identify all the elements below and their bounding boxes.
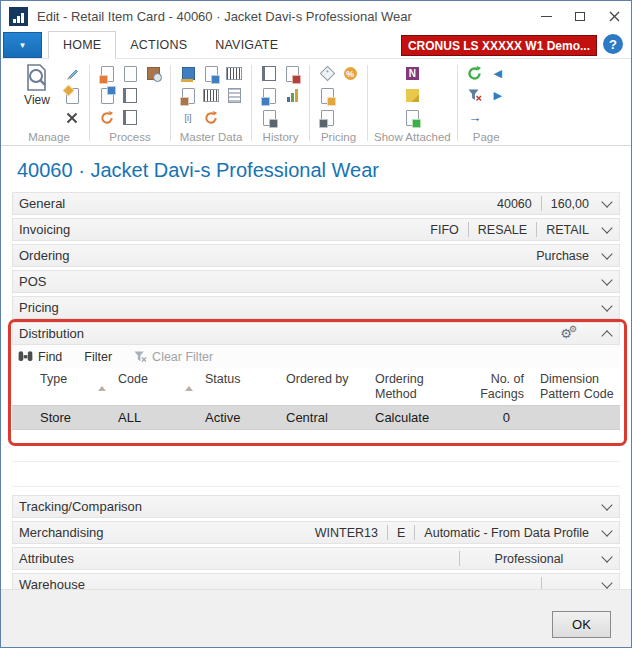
attributes-value[interactable]: Professional xyxy=(469,552,589,566)
find-button[interactable]: Find xyxy=(18,350,62,364)
invoicing-vat-group[interactable]: RETAIL xyxy=(546,223,589,237)
chevron-up-icon[interactable] xyxy=(601,330,612,341)
fasttab-ordering[interactable]: Ordering Purchase xyxy=(12,244,620,267)
view-button[interactable]: View xyxy=(15,63,59,107)
chevron-down-icon[interactable] xyxy=(601,577,612,588)
fasttab-distribution[interactable]: Distribution ⚙⚙ xyxy=(12,322,620,345)
ribbon-group-history: History xyxy=(252,63,309,145)
merch-lifecycle[interactable]: E xyxy=(397,526,405,540)
merch-season[interactable]: WINTER13 xyxy=(315,526,378,540)
col-ordering-method[interactable]: OrderingMethod xyxy=(375,368,460,405)
variants-button[interactable]: [i] xyxy=(177,107,199,128)
col-code[interactable]: Code xyxy=(118,368,205,405)
update-button[interactable] xyxy=(96,107,118,128)
item-chart-button[interactable] xyxy=(258,107,280,128)
chevron-down-icon[interactable] xyxy=(601,248,612,259)
barcodes-button[interactable] xyxy=(223,63,245,84)
fasttab-pricing[interactable]: Pricing xyxy=(12,296,620,319)
col-type[interactable]: Type xyxy=(40,368,118,405)
fasttab-distribution-label: Distribution xyxy=(19,326,84,341)
next-button[interactable]: ▶ xyxy=(487,85,509,106)
turnover-button[interactable] xyxy=(281,85,303,106)
fasttab-pos[interactable]: POS xyxy=(12,270,620,293)
notes-button[interactable] xyxy=(401,85,423,106)
cell-dimension-pattern[interactable] xyxy=(528,406,624,429)
statistics-button[interactable] xyxy=(281,63,303,84)
go-to-button[interactable]: → xyxy=(464,107,486,128)
fasttab-ordering-label: Ordering xyxy=(19,248,70,263)
tab-actions[interactable]: ACTIONS xyxy=(116,31,201,58)
invoicing-costing-method[interactable]: FIFO xyxy=(430,223,458,237)
ok-button[interactable]: OK xyxy=(552,611,611,638)
settings-gears-icon[interactable]: ⚙⚙ xyxy=(560,327,577,340)
cell-code[interactable]: ALL xyxy=(118,406,205,429)
col-status[interactable]: Status xyxy=(205,368,286,405)
fasttab-attributes[interactable]: Attributes Professional xyxy=(12,547,620,570)
tab-home[interactable]: HOME xyxy=(48,31,116,59)
refresh-data-button[interactable] xyxy=(200,107,222,128)
chevron-down-icon[interactable] xyxy=(601,525,612,536)
tab-navigate[interactable]: NAVIGATE xyxy=(201,31,292,58)
close-button[interactable] xyxy=(597,1,631,31)
edit-button[interactable] xyxy=(61,63,83,84)
copy-item-button[interactable] xyxy=(177,85,199,106)
group-label-history: History xyxy=(263,130,299,145)
worksheet-button[interactable] xyxy=(119,63,141,84)
application-menu-button[interactable]: ▼ xyxy=(3,32,42,58)
clear-filter-button[interactable] xyxy=(464,85,486,106)
fasttab-general[interactable]: General 40060 160,00 xyxy=(12,192,620,215)
purchase-orders-button[interactable] xyxy=(142,63,164,84)
picture-button[interactable] xyxy=(200,63,222,84)
invoicing-gen-prod-group[interactable]: RESALE xyxy=(478,223,527,237)
prices-button[interactable] xyxy=(316,63,338,84)
discounts-button[interactable]: % xyxy=(339,63,361,84)
col-no-of-facings[interactable]: No. ofFacings xyxy=(460,368,528,405)
minimize-button[interactable] xyxy=(529,1,563,31)
general-item-no[interactable]: 40060 xyxy=(497,197,532,211)
links-button[interactable] xyxy=(401,107,423,128)
fasttab-invoicing[interactable]: Invoicing FIFO RESALE RETAIL xyxy=(12,218,620,241)
ordering-replenishment[interactable]: Purchase xyxy=(536,249,589,263)
fasttab-merchandising[interactable]: Merchandising WINTER13 E Automatic - Fro… xyxy=(12,521,620,544)
onenote-button[interactable]: N xyxy=(401,63,423,84)
price-tag-icon xyxy=(319,66,335,82)
merch-profile[interactable]: Automatic - From Data Profile xyxy=(424,526,589,540)
company-badge[interactable]: CRONUS LS XXXXX W1 Demo... xyxy=(401,35,597,56)
requisition-button[interactable] xyxy=(96,63,118,84)
col-ordered-by[interactable]: Ordered by xyxy=(286,368,375,405)
chevron-down-icon[interactable] xyxy=(601,196,612,207)
refresh-button[interactable] xyxy=(464,63,486,84)
price-list-button[interactable] xyxy=(316,107,338,128)
help-button[interactable]: ? xyxy=(603,34,623,54)
price-table-button[interactable] xyxy=(316,85,338,106)
general-unit-price[interactable]: 160,00 xyxy=(551,197,589,211)
maximize-button[interactable] xyxy=(563,1,597,31)
cell-ordered-by[interactable]: Central xyxy=(286,406,375,429)
phys-inventory-button[interactable] xyxy=(119,107,141,128)
filter-button[interactable]: Filter xyxy=(84,350,112,364)
cell-no-of-facings[interactable]: 0 xyxy=(460,406,528,429)
new-button[interactable] xyxy=(61,85,83,106)
item-barcode-button[interactable] xyxy=(200,85,222,106)
cell-type[interactable]: Store xyxy=(40,406,118,429)
item-journal-button[interactable] xyxy=(119,85,141,106)
distribution-row[interactable]: Store ALL Active Central Calculate 0 xyxy=(12,406,620,430)
chevron-down-icon[interactable] xyxy=(601,274,612,285)
sales-history-button[interactable] xyxy=(258,85,280,106)
chevron-down-icon[interactable] xyxy=(601,300,612,311)
transfer-button[interactable] xyxy=(96,85,118,106)
cell-ordering-method[interactable]: Calculate xyxy=(375,406,460,429)
chevron-down-icon[interactable] xyxy=(601,222,612,233)
retail-item-card-window: Edit - Retail Item Card - 40060 · Jacket… xyxy=(0,0,632,648)
chevron-down-icon[interactable] xyxy=(601,499,612,510)
col-dimension-pattern[interactable]: DimensionPattern Code xyxy=(528,368,624,405)
chevron-down-icon[interactable] xyxy=(601,551,612,562)
fasttab-tracking[interactable]: Tracking/Comparison xyxy=(12,495,620,518)
clear-filter-button-grid[interactable]: Clear Filter xyxy=(134,350,213,364)
entries-button[interactable] xyxy=(258,63,280,84)
cell-status[interactable]: Active xyxy=(205,406,286,429)
item-units-button[interactable] xyxy=(177,63,199,84)
delete-button[interactable] xyxy=(61,107,83,128)
stores-button[interactable] xyxy=(223,85,245,106)
previous-button[interactable]: ◀ xyxy=(487,63,509,84)
